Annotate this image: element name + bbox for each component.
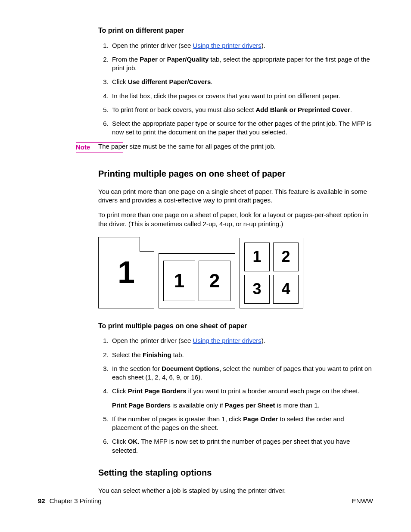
heading-stapling: Setting the stapling options xyxy=(98,467,373,479)
diagram-cell: 2 xyxy=(273,243,299,271)
heading-to-print-multi: To print multiple pages on one sheet of … xyxy=(98,321,373,331)
step-2-4-extra: Print Page Borders is available only if … xyxy=(112,401,373,410)
diagram-cell: 4 xyxy=(273,275,299,304)
diagram-sheet-2up: 1 2 xyxy=(159,253,235,308)
page-number: 92 xyxy=(38,497,45,504)
diagram-cell: 1 xyxy=(163,261,195,301)
note-text: The paper size must be the same for all … xyxy=(98,142,373,151)
diagram-cell: 2 xyxy=(199,261,230,301)
para-multi-1: You can print more than one page on a si… xyxy=(98,187,373,205)
step-2-3: In the section for Document Options, sel… xyxy=(110,364,373,382)
steps-list-1: Open the printer driver (see Using the p… xyxy=(98,41,373,137)
section-multiple-pages: Printing multiple pages on one sheet of … xyxy=(98,168,373,495)
link-printer-drivers-2[interactable]: Using the printer drivers xyxy=(193,337,262,344)
heading-multiple-pages: Printing multiple pages on one sheet of … xyxy=(98,168,373,180)
step-2-4: Click Print Page Borders if you want to … xyxy=(110,387,373,410)
diagram-cell: 1 xyxy=(244,243,270,271)
step-1-1: Open the printer driver (see Using the p… xyxy=(110,41,373,50)
para-stapling: You can select whether a job is stapled … xyxy=(98,486,373,495)
page: To print on different paper Open the pri… xyxy=(0,0,411,508)
page-footer: 92Chapter 3 Printing ENWW xyxy=(38,497,373,505)
step-1-4: In the list box, click the pages or cove… xyxy=(110,92,373,100)
diagram-cell: 3 xyxy=(244,275,270,304)
footer-right: ENWW xyxy=(352,497,373,505)
heading-print-different-paper: To print on different paper xyxy=(98,26,373,35)
note-row: Note The paper size must be the same for… xyxy=(38,142,373,151)
step-1-2: From the Paper or Paper/Quality tab, sel… xyxy=(110,55,373,73)
step-2-2: Select the Finishing tab. xyxy=(110,351,373,359)
note-label: Note xyxy=(76,142,123,152)
chapter-label: Chapter 3 Printing xyxy=(50,497,102,504)
nup-diagram: 1 1 2 1 2 3 4 xyxy=(98,237,373,308)
steps-list-2: Open the printer driver (see Using the p… xyxy=(98,336,373,455)
step-1-6: Select the appropriate paper type or sou… xyxy=(110,119,373,137)
step-1-5: To print front or back covers, you must … xyxy=(110,106,373,114)
step-1-3: Click Use different Paper/Covers. xyxy=(110,78,373,86)
link-printer-drivers-1[interactable]: Using the printer drivers xyxy=(193,42,262,49)
step-2-6: Click OK. The MFP is now set to print th… xyxy=(110,437,373,455)
diagram-num: 1 xyxy=(118,252,135,293)
section-print-different-paper: To print on different paper Open the pri… xyxy=(98,26,373,137)
step-2-5: If the number of pages is greater than 1… xyxy=(110,415,373,432)
footer-left: 92Chapter 3 Printing xyxy=(38,497,102,505)
para-multi-2: To print more than one page on a sheet o… xyxy=(98,211,373,228)
diagram-sheet-1up: 1 xyxy=(98,237,154,308)
diagram-sheet-4up: 1 2 3 4 xyxy=(240,238,303,308)
step-2-1: Open the printer driver (see Using the p… xyxy=(110,336,373,345)
